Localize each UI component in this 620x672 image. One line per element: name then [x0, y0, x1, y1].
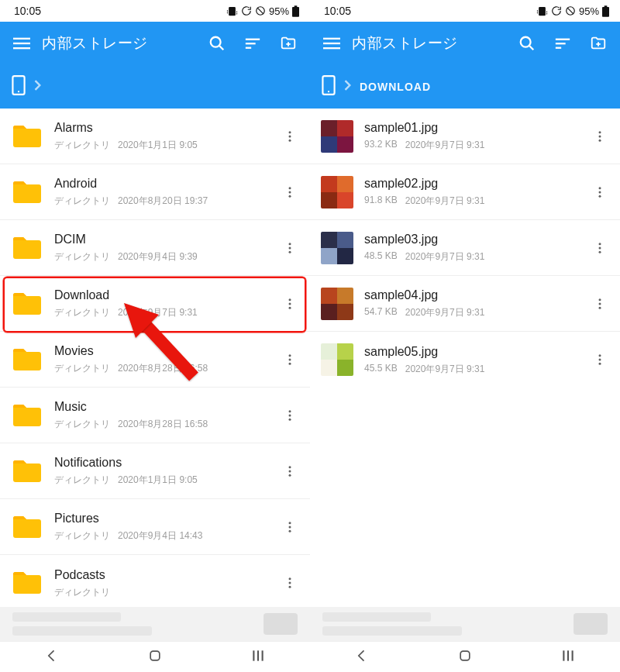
row-size: 45.5 KB	[364, 363, 398, 376]
image-thumbnail	[321, 232, 353, 264]
svg-point-68	[599, 195, 601, 197]
svg-point-37	[289, 582, 291, 584]
folder-row[interactable]: Podcastsディレクトリ	[0, 555, 310, 607]
breadcrumb-current[interactable]: DOWNLOAD	[360, 81, 431, 93]
file-row[interactable]: sample01.jpg93.2 KB2020年9月7日 9:31	[310, 109, 620, 164]
svg-point-88	[599, 359, 601, 361]
row-date: 2020年9月7日 9:31	[405, 250, 485, 264]
row-type: ディレクトリ	[54, 139, 110, 152]
svg-point-81	[599, 302, 601, 305]
row-overflow-button[interactable]	[586, 234, 614, 262]
row-name: sample02.jpg	[364, 176, 586, 191]
new-folder-button[interactable]	[581, 26, 615, 60]
row-size: 93.2 KB	[364, 139, 398, 152]
row-overflow-button[interactable]	[276, 234, 304, 262]
search-button[interactable]	[200, 26, 234, 60]
menu-button[interactable]	[5, 26, 39, 60]
left-pane: 10:05 95% 内部ストレージ	[0, 0, 310, 672]
folder-row[interactable]: Moviesディレクトリ2020年8月28日 16:58	[0, 332, 310, 388]
svg-rect-50	[556, 39, 570, 40]
row-overflow-button[interactable]	[586, 178, 614, 206]
svg-rect-42	[262, 650, 264, 660]
row-type: ディレクトリ	[54, 418, 110, 431]
svg-rect-9	[246, 47, 251, 49]
row-name: sample01.jpg	[364, 120, 586, 136]
new-folder-button[interactable]	[271, 26, 305, 60]
more-vert-icon	[283, 408, 297, 422]
back-button[interactable]	[354, 648, 370, 667]
svg-point-18	[289, 243, 291, 245]
row-overflow-button[interactable]	[586, 122, 614, 150]
folder-row[interactable]: Musicディレクトリ2020年8月28日 16:58	[0, 388, 310, 443]
svg-rect-78	[321, 304, 337, 320]
svg-point-15	[289, 187, 291, 189]
row-overflow-button[interactable]	[276, 290, 304, 318]
svg-point-30	[289, 466, 291, 468]
svg-rect-56	[337, 120, 353, 136]
file-list[interactable]: Alarmsディレクトリ2020年1月1日 9:05Androidディレクトリ2…	[0, 109, 310, 607]
svg-rect-39	[150, 651, 160, 660]
search-icon	[518, 35, 536, 52]
folder-row[interactable]: Notificationsディレクトリ2020年1月1日 9:05	[0, 443, 310, 499]
row-overflow-button[interactable]	[276, 569, 304, 597]
svg-point-82	[599, 306, 601, 308]
svg-rect-52	[556, 47, 561, 49]
file-row[interactable]: sample04.jpg54.7 KB2020年9月7日 9:31	[310, 276, 620, 332]
row-overflow-button[interactable]	[276, 178, 304, 206]
svg-point-13	[289, 135, 291, 137]
search-button[interactable]	[510, 26, 544, 60]
home-button[interactable]	[457, 648, 473, 667]
storage-root-button[interactable]	[321, 75, 336, 98]
clock: 10:05	[324, 5, 351, 17]
row-overflow-button[interactable]	[276, 346, 304, 374]
more-vert-icon	[593, 353, 607, 367]
row-overflow-button[interactable]	[276, 513, 304, 541]
redacted-area	[0, 607, 310, 641]
folder-row[interactable]: Alarmsディレクトリ2020年1月1日 9:05	[0, 109, 310, 164]
row-overflow-button[interactable]	[276, 401, 304, 429]
row-name: Music	[54, 399, 276, 415]
svg-point-16	[289, 191, 291, 193]
storage-root-button[interactable]	[11, 75, 26, 98]
row-overflow-button[interactable]	[276, 122, 304, 150]
menu-button[interactable]	[315, 26, 349, 60]
file-row[interactable]: sample03.jpg48.5 KB2020年9月7日 9:31	[310, 220, 620, 276]
svg-point-28	[289, 414, 291, 416]
svg-point-89	[599, 363, 601, 365]
folder-row[interactable]: DCIMディレクトリ2020年9月4日 9:39	[0, 220, 310, 276]
svg-rect-63	[337, 176, 353, 192]
file-row[interactable]: sample05.jpg45.5 KB2020年9月7日 9:31	[310, 332, 620, 388]
row-date: 2020年8月28日 16:58	[118, 418, 208, 431]
recents-button[interactable]	[250, 648, 266, 667]
folder-icon	[11, 511, 43, 543]
row-name: Pictures	[54, 511, 276, 526]
folder-icon	[11, 288, 43, 320]
sort-button[interactable]	[236, 26, 270, 60]
folder-icon	[11, 120, 43, 153]
svg-point-74	[599, 246, 601, 249]
back-button[interactable]	[44, 648, 60, 667]
svg-rect-2	[292, 7, 299, 17]
file-list[interactable]: sample01.jpg93.2 KB2020年9月7日 9:31sample0…	[310, 109, 620, 607]
row-type: ディレクトリ	[54, 250, 110, 264]
home-button[interactable]	[147, 648, 163, 667]
sync-icon	[551, 5, 562, 16]
row-overflow-button[interactable]	[586, 290, 614, 318]
row-overflow-button[interactable]	[586, 346, 614, 374]
chevron-right-icon	[344, 80, 352, 94]
folder-row[interactable]: Picturesディレクトリ2020年9月4日 14:43	[0, 499, 310, 555]
row-size: 48.5 KB	[364, 250, 398, 264]
sort-button[interactable]	[546, 26, 580, 60]
recents-button[interactable]	[560, 648, 576, 667]
folder-row[interactable]: Downloadディレクトリ2020年9月7日 9:31	[0, 276, 310, 332]
svg-rect-41	[257, 650, 259, 660]
file-row[interactable]: sample02.jpg91.8 KB2020年9月7日 9:31	[310, 164, 620, 220]
svg-rect-71	[321, 248, 337, 264]
row-overflow-button[interactable]	[276, 457, 304, 485]
row-name: sample05.jpg	[364, 344, 586, 360]
folder-row[interactable]: Androidディレクトリ2020年8月20日 19:37	[0, 164, 310, 220]
svg-rect-72	[337, 248, 353, 264]
sort-icon	[244, 35, 261, 52]
toolbar-title: 内部ストレージ	[40, 33, 198, 53]
row-date: 2020年9月7日 9:31	[405, 195, 485, 208]
